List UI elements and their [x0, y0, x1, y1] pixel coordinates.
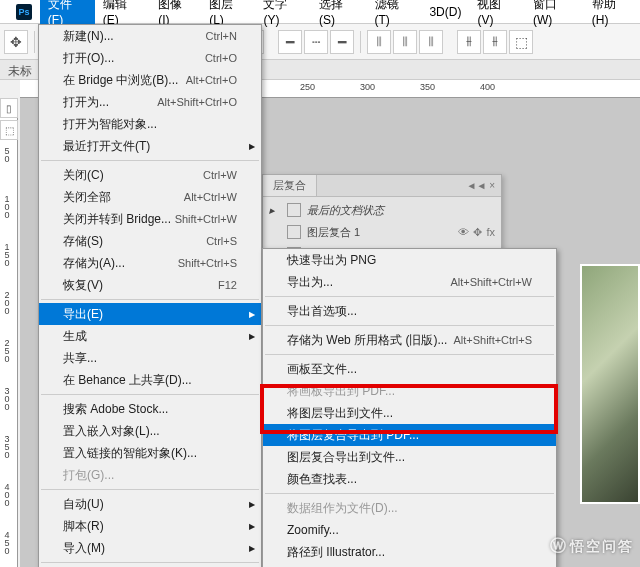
distribute-btn[interactable]: ⫴ — [367, 30, 391, 54]
menu-item[interactable]: 渲染视频... — [263, 563, 556, 567]
menu-item-shortcut: Shift+Ctrl+S — [178, 257, 237, 269]
apply-icon — [269, 226, 281, 238]
menu-item-label: 新建(N)... — [63, 28, 114, 45]
distribute-btn[interactable]: ⫴ — [393, 30, 417, 54]
menu-item-label: 导入(M) — [63, 540, 105, 557]
menu-item-label: 脚本(R) — [63, 518, 104, 535]
menu-window[interactable]: 窗口(W) — [525, 0, 584, 31]
align-btn[interactable]: ━ — [278, 30, 302, 54]
menu-item[interactable]: 导出为...Alt+Shift+Ctrl+W — [263, 271, 556, 293]
menu-item[interactable]: 导入(M) — [39, 537, 261, 559]
menu-item[interactable]: 颜色查找表... — [263, 468, 556, 490]
menu-item-label: 将图层导出到文件... — [287, 405, 393, 422]
menu-item-label: 导出(E) — [63, 306, 103, 323]
menu-item-shortcut: Alt+Shift+Ctrl+S — [453, 334, 532, 346]
menu-item[interactable]: 新建(N)...Ctrl+N — [39, 25, 261, 47]
menu-item[interactable]: 路径到 Illustrator... — [263, 541, 556, 563]
menu-item[interactable]: 关闭(C)Ctrl+W — [39, 164, 261, 186]
menu-item[interactable]: 脚本(R) — [39, 515, 261, 537]
menu-item[interactable]: 在 Bridge 中浏览(B)...Alt+Ctrl+O — [39, 69, 261, 91]
position-icon[interactable]: ✥ — [473, 226, 482, 239]
menu-item: 将画板导出到 PDF... — [263, 380, 556, 402]
menu-item-label: 颜色查找表... — [287, 471, 357, 488]
last-document-state[interactable]: ▸ 最后的文档状态 — [265, 199, 499, 221]
menu-item[interactable]: 将图层复合导出到 PDF... — [263, 424, 556, 446]
menu-item[interactable]: 恢复(V)F12 — [39, 274, 261, 296]
menu-item[interactable]: 图层复合导出到文件... — [263, 446, 556, 468]
menu-item[interactable]: 关闭全部Alt+Ctrl+W — [39, 186, 261, 208]
menu-item[interactable]: Zoomify... — [263, 519, 556, 541]
menu-item-label: 画板至文件... — [287, 361, 357, 378]
menu-item-label: 自动(U) — [63, 496, 104, 513]
menu-filter[interactable]: 滤镜(T) — [367, 0, 422, 31]
menu-select[interactable]: 选择(S) — [311, 0, 367, 31]
tool-b[interactable]: ⬚ — [0, 120, 18, 140]
menu-item[interactable]: 导出(E) — [39, 303, 261, 325]
watermark-logo-icon: ⓦ — [550, 537, 568, 554]
distribute-btn[interactable]: ⫵ — [457, 30, 481, 54]
menu-item[interactable]: 自动(U) — [39, 493, 261, 515]
menu-item-label: 在 Bridge 中浏览(B)... — [63, 72, 178, 89]
tool-a[interactable]: ▯ — [0, 98, 18, 118]
visibility-icon[interactable]: 👁 — [458, 226, 469, 239]
menu-item-label: 最近打开文件(T) — [63, 138, 150, 155]
menu-item[interactable]: 快速导出为 PNG — [263, 249, 556, 271]
menu-item-shortcut: Ctrl+W — [203, 169, 237, 181]
ruler-vertical: 050100150200250300350400450 — [0, 98, 18, 567]
menu-item[interactable]: 存储为 Web 所用格式 (旧版)...Alt+Shift+Ctrl+S — [263, 329, 556, 351]
menu-item-label: 路径到 Illustrator... — [287, 544, 385, 561]
distribute-btn[interactable]: ⫵ — [483, 30, 507, 54]
move-tool-icon[interactable]: ✥ — [4, 30, 28, 54]
menu-item[interactable]: 导出首选项... — [263, 300, 556, 322]
menu-item-label: 关闭(C) — [63, 167, 104, 184]
menu-item[interactable]: 置入嵌入对象(L)... — [39, 420, 261, 442]
menu-item[interactable]: 存储为(A)...Shift+Ctrl+S — [39, 252, 261, 274]
menu-item[interactable]: 打开(O)...Ctrl+O — [39, 47, 261, 69]
menu-item[interactable]: 最近打开文件(T) — [39, 135, 261, 157]
menu-item-shortcut: Ctrl+N — [206, 30, 237, 42]
menu-type[interactable]: 文字(Y) — [255, 0, 311, 31]
menu-item-label: 快速导出为 PNG — [287, 252, 376, 269]
panel-collapse-icon[interactable]: ◄◄ × — [461, 180, 501, 191]
menu-item-shortcut: Ctrl+S — [206, 235, 237, 247]
menu-item-label: 恢复(V) — [63, 277, 103, 294]
menu-item[interactable]: 在 Behance 上共享(D)... — [39, 369, 261, 391]
menubar: Ps 文件(F) 编辑(E) 图像(I) 图层(L) 文字(Y) 选择(S) 滤… — [0, 0, 640, 24]
menu-item[interactable]: 存储(S)Ctrl+S — [39, 230, 261, 252]
menu-item-label: 将图层复合导出到 PDF... — [287, 427, 419, 444]
menu-item-label: 置入链接的智能对象(K)... — [63, 445, 197, 462]
menu-item[interactable]: 打开为智能对象... — [39, 113, 261, 135]
distribute-btn[interactable]: ⫴ — [419, 30, 443, 54]
fx-icon[interactable]: fx — [486, 226, 495, 239]
menu-item[interactable]: 打开为...Alt+Shift+Ctrl+O — [39, 91, 261, 113]
watermark: ⓦ悟空问答 — [550, 536, 634, 557]
menu-separator — [265, 325, 554, 326]
menu-item-label: 生成 — [63, 328, 87, 345]
menu-item[interactable]: 置入链接的智能对象(K)... — [39, 442, 261, 464]
panel-tab-layer-comps[interactable]: 层复合 — [263, 175, 317, 196]
menu-item[interactable]: 搜索 Adobe Stock... — [39, 398, 261, 420]
menu-item[interactable]: 生成 — [39, 325, 261, 347]
menu-item[interactable]: 将图层导出到文件... — [263, 402, 556, 424]
menu-separator — [265, 296, 554, 297]
menu-3d[interactable]: 3D(D) — [421, 1, 469, 23]
menu-help[interactable]: 帮助(H) — [584, 0, 640, 31]
menu-item[interactable]: 画板至文件... — [263, 358, 556, 380]
tool-panel: ▯ ⬚ — [0, 98, 20, 140]
separator — [360, 31, 361, 53]
3d-mode-btn[interactable]: ⬚ — [509, 30, 533, 54]
menu-item[interactable]: 关闭并转到 Bridge...Shift+Ctrl+W — [39, 208, 261, 230]
state-label: 最后的文档状态 — [307, 203, 384, 218]
menu-separator — [41, 394, 259, 395]
menu-item[interactable]: 共享... — [39, 347, 261, 369]
menu-item-label: 在 Behance 上共享(D)... — [63, 372, 192, 389]
menu-item-label: 关闭全部 — [63, 189, 111, 206]
menu-view[interactable]: 视图(V) — [469, 0, 525, 31]
menu-item-shortcut: Alt+Shift+Ctrl+O — [157, 96, 237, 108]
menu-item-label: 数据组作为文件(D)... — [287, 500, 398, 517]
align-btn[interactable]: ━ — [330, 30, 354, 54]
menu-item-shortcut: Ctrl+O — [205, 52, 237, 64]
menu-item-label: 打开为... — [63, 94, 109, 111]
align-btn[interactable]: ┄ — [304, 30, 328, 54]
layer-comp-row[interactable]: 图层复合 1 👁✥fx — [265, 221, 499, 243]
